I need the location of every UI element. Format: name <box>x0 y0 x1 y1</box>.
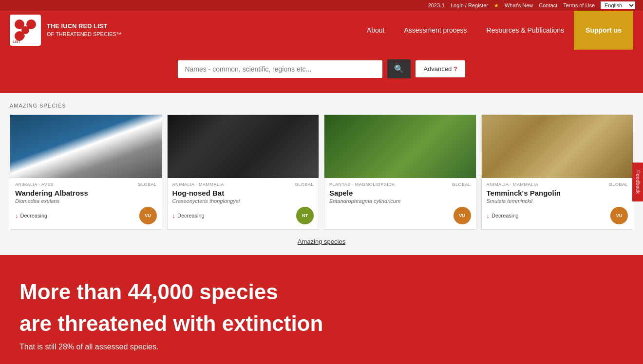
status-badge: VU <box>139 207 157 224</box>
nav-about[interactable]: About <box>357 11 395 50</box>
trend: ↓ Decreasing <box>487 212 519 219</box>
status-badge: VU <box>610 207 628 224</box>
species-card[interactable]: ANIMALIA · MAMMALIA GLOBAL Temminck's Pa… <box>481 114 634 230</box>
species-taxonomy: ANIMALIA · AVES GLOBAL <box>15 182 157 187</box>
species-grid: ANIMALIA · AVES GLOBAL Wandering Albatro… <box>10 114 633 230</box>
logo-line1: THE IUCN RED LIST <box>47 22 122 31</box>
species-image <box>10 115 162 178</box>
search-section: 🔍 Advanced ? <box>0 50 643 93</box>
logo-icon: RED LIST <box>10 15 41 46</box>
feedback-tab[interactable]: Feedback <box>632 163 643 201</box>
species-status-row: ↓ Decreasing VU <box>15 207 157 224</box>
species-status-row: ↓ Decreasing NT <box>172 207 314 224</box>
species-taxonomy: PLANTAE · MAGNOLIOPSIDA GLOBAL <box>329 182 471 187</box>
species-taxonomy: ANIMALIA · MAMMALIA GLOBAL <box>487 182 628 187</box>
nav-assessment[interactable]: Assessment process <box>394 11 476 50</box>
amazing-section-label: AMAZING SPECIES <box>10 103 633 109</box>
species-sci-name: Smutsia temminckii <box>487 198 628 204</box>
advanced-search-button[interactable]: Advanced ? <box>416 60 465 77</box>
species-status-row: ↓ Decreasing VU <box>487 207 628 224</box>
advanced-label: Advanced <box>423 65 452 73</box>
trend-arrow: ↓ <box>487 212 490 219</box>
main-nav: About Assessment process Resources & Pub… <box>357 11 633 50</box>
top-bar: 2023-1 Login / Register ★ What's New Con… <box>0 0 643 11</box>
amazing-section: AMAZING SPECIES ANIMALIA · AVES GLOBAL W… <box>0 93 643 255</box>
svg-point-3 <box>21 26 29 34</box>
amazing-species-link[interactable]: Amazing species <box>298 238 345 245</box>
whats-new-link[interactable]: What's New <box>505 2 533 8</box>
nav-resources[interactable]: Resources & Publications <box>477 11 574 50</box>
stats-section: More than 44,000 species are threatened … <box>0 255 643 364</box>
star-icon: ★ <box>494 2 499 9</box>
logo-text: THE IUCN RED LIST OF THREATENED SPECIES™ <box>47 22 122 38</box>
species-name: Sapele <box>329 189 471 197</box>
status-badge: NT <box>296 207 314 224</box>
species-info: ANIMALIA · MAMMALIA GLOBAL Hog-nosed Bat… <box>168 178 319 229</box>
species-name: Hog-nosed Bat <box>172 189 314 197</box>
species-taxonomy: ANIMALIA · MAMMALIA GLOBAL <box>172 182 314 187</box>
nav-support[interactable]: Support us <box>574 11 633 50</box>
species-info: ANIMALIA · MAMMALIA GLOBAL Temminck's Pa… <box>482 178 633 229</box>
year-badge: 2023-1 <box>428 2 445 8</box>
language-selector[interactable]: English Français Español <box>601 1 635 9</box>
search-button[interactable]: 🔍 <box>387 59 411 78</box>
trend-label: Decreasing <box>20 213 48 218</box>
species-info: PLANTAE · MAGNOLIOPSIDA GLOBAL Sapele En… <box>324 178 476 229</box>
svg-text:RED: RED <box>15 34 25 39</box>
trend-label: Decreasing <box>177 213 205 218</box>
species-card[interactable]: PLANTAE · MAGNOLIOPSIDA GLOBAL Sapele En… <box>324 114 476 230</box>
advanced-help-icon: ? <box>454 66 457 73</box>
species-image <box>324 115 476 178</box>
trend-label: Decreasing <box>492 213 519 218</box>
species-image <box>482 115 633 178</box>
amazing-link: Amazing species <box>10 237 633 245</box>
site-header: RED LIST THE IUCN RED LIST OF THREATENED… <box>0 11 643 50</box>
species-name: Temminck's Pangolin <box>487 189 628 197</box>
status-badge: VU <box>454 207 471 224</box>
trend-arrow: ↓ <box>172 212 176 219</box>
species-sci-name: Entandrophragma cylindricum <box>329 198 471 204</box>
species-card[interactable]: ANIMALIA · AVES GLOBAL Wandering Albatro… <box>10 114 162 230</box>
trend: ↓ Decreasing <box>172 212 205 219</box>
species-sci-name: Craseonycteris thonglongyai <box>172 198 314 204</box>
svg-text:LIST: LIST <box>13 39 21 44</box>
species-status-row: VU <box>329 207 471 224</box>
search-icon: 🔍 <box>394 65 404 73</box>
species-name: Wandering Albatross <box>15 189 157 197</box>
logo-line2: OF THREATENED SPECIES™ <box>47 31 122 38</box>
logo-area: RED LIST THE IUCN RED LIST OF THREATENED… <box>10 15 122 46</box>
contact-link[interactable]: Contact <box>539 2 557 8</box>
trend-arrow: ↓ <box>15 212 19 219</box>
search-bar: 🔍 Advanced ? <box>178 59 465 78</box>
stats-headline1: More than 44,000 species <box>19 279 624 305</box>
stats-subtext: That is still 28% of all assessed specie… <box>19 343 624 351</box>
search-input[interactable] <box>178 60 382 78</box>
species-sci-name: Diomedea exulans <box>15 198 157 204</box>
stats-headline2: are threatened with extinction <box>19 311 624 337</box>
login-link[interactable]: Login / Register <box>451 2 488 8</box>
species-card[interactable]: ANIMALIA · MAMMALIA GLOBAL Hog-nosed Bat… <box>167 114 320 230</box>
species-info: ANIMALIA · AVES GLOBAL Wandering Albatro… <box>10 178 162 229</box>
terms-link[interactable]: Terms of Use <box>563 2 595 8</box>
trend: ↓ Decreasing <box>15 212 47 219</box>
species-image <box>168 115 319 178</box>
